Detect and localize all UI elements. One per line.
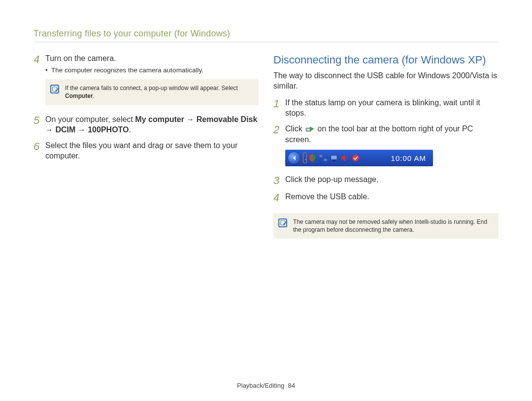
step-number: 5	[33, 114, 45, 126]
safely-remove-hardware-icon	[305, 125, 314, 134]
svg-rect-8	[332, 160, 335, 161]
svg-rect-3	[305, 159, 306, 160]
footer-page: 84	[288, 382, 295, 389]
r-step-1: 1 If the status lamp on your camera is b…	[273, 97, 499, 119]
manual-page: Transferring files to your computer (for…	[0, 0, 532, 401]
step-text: Select the files you want and drag or sa…	[45, 141, 237, 160]
step-5: 5 On your computer, select My computer →…	[33, 114, 259, 135]
step-body: On your computer, select My computer → R…	[45, 114, 259, 135]
step-body: Remove the USB cable.	[285, 191, 499, 202]
r-step-2: 2 Click on the tool bar at the bottom ri…	[273, 123, 499, 145]
note-box: The camera may not be removed safely whe…	[273, 213, 499, 239]
step-body: Turn on the camera. The computer recogni…	[45, 53, 259, 74]
svg-rect-1	[307, 128, 310, 130]
left-column: 4 Turn on the camera. The computer recog…	[33, 53, 259, 247]
content-columns: 4 Turn on the camera. The computer recog…	[33, 53, 499, 247]
step-number: 6	[33, 140, 45, 153]
step-text: Turn on the camera.	[45, 54, 116, 62]
svg-rect-5	[324, 158, 327, 161]
r-step-4: 4 Remove the USB cable.	[273, 191, 499, 204]
step-number: 1	[273, 97, 285, 110]
step-text-a: Click	[285, 124, 304, 133]
page-footer: Playback/Editing 84	[0, 382, 532, 389]
step-4: 4 Turn on the camera. The computer recog…	[33, 53, 259, 74]
note-icon	[50, 85, 59, 93]
svg-point-9	[352, 154, 359, 161]
page-header: Transferring files to your computer (for…	[33, 29, 499, 42]
step-body: Click the pop-up message.	[285, 174, 499, 185]
note-text: The camera may not be removed safely whe…	[293, 218, 493, 234]
tray-expand-icon	[288, 152, 300, 164]
network-icon	[319, 154, 328, 162]
note-text: If the camera fails to connect, a pop-up…	[65, 84, 253, 100]
step-body: Select the files you want and drag or sa…	[45, 140, 259, 161]
footer-section: Playback/Editing	[237, 382, 284, 389]
section-intro: The way to disconnect the USB cable for …	[273, 70, 499, 92]
volume-icon	[340, 154, 349, 162]
section-title: Disconnecting the camera (for Windows XP…	[273, 53, 499, 67]
step-number: 3	[273, 174, 285, 186]
right-column: Disconnecting the camera (for Windows XP…	[273, 53, 499, 247]
step-text-tail: .	[129, 125, 131, 134]
step-number: 2	[273, 123, 285, 136]
tray-clock: 10:00 AM	[387, 154, 430, 162]
tray-highlight	[303, 153, 307, 163]
step-body: Click on the tool bar at the bottom righ…	[285, 123, 499, 145]
note-box: If the camera fails to connect, a pop-up…	[45, 79, 259, 105]
step-text-lead: On your computer, select	[45, 115, 135, 123]
step-number: 4	[33, 53, 45, 65]
note-icon	[278, 218, 287, 227]
step-bullet: The computer recognizes the camera autom…	[45, 66, 259, 75]
safely-remove-hardware-icon	[305, 154, 307, 162]
antivirus-icon	[351, 154, 360, 162]
svg-rect-7	[332, 156, 337, 159]
taskbar-tray: 10:00 AM	[285, 150, 433, 166]
step-6: 6 Select the files you want and drag or …	[33, 140, 259, 161]
svg-rect-4	[319, 154, 323, 157]
r-step-3: 3 Click the pop-up message.	[273, 174, 499, 186]
security-icon	[308, 154, 317, 162]
step-number: 4	[273, 191, 285, 204]
step-body: If the status lamp on your camera is bli…	[285, 97, 499, 119]
display-icon	[330, 154, 338, 162]
